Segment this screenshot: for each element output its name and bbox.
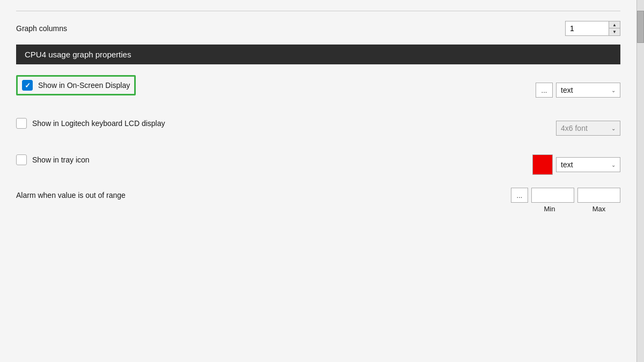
- show-logitech-dropdown[interactable]: 4x6 font ⌄: [556, 121, 620, 136]
- show-osd-label: Show in On-Screen Display: [38, 81, 130, 90]
- alarm-row: Alarm when value is out of range ...: [16, 188, 620, 203]
- min-label: Min: [528, 205, 571, 213]
- alarm-min-input[interactable]: [531, 188, 574, 203]
- show-tray-dropdown-text: text: [561, 160, 573, 169]
- spinner-up-button[interactable]: ▲: [609, 21, 620, 28]
- show-logitech-checkbox[interactable]: [16, 118, 27, 129]
- show-osd-label-area: Show in On-Screen Display: [16, 75, 536, 105]
- show-logitech-label: Show in Logitech keyboard LCD display: [32, 119, 165, 128]
- show-logitech-dropdown-arrow: ⌄: [611, 125, 616, 131]
- show-logitech-dropdown-text: 4x6 font: [561, 124, 588, 132]
- graph-columns-label: Graph columns: [16, 24, 565, 33]
- show-tray-controls: text ⌄: [532, 154, 620, 175]
- graph-columns-spinner[interactable]: ▲ ▼: [565, 21, 620, 36]
- show-logitech-checkbox-row: Show in Logitech keyboard LCD display: [16, 115, 556, 132]
- show-osd-controls: ... text ⌄: [536, 83, 620, 98]
- scrollbar-thumb[interactable]: [637, 11, 644, 43]
- show-osd-dropdown[interactable]: text ⌄: [556, 83, 620, 98]
- min-max-labels: Min Max: [528, 205, 620, 213]
- show-tray-checkbox-row: Show in tray icon: [16, 151, 532, 168]
- show-osd-highlighted-container: Show in On-Screen Display: [16, 75, 136, 95]
- show-tray-row: Show in tray icon text ⌄: [16, 151, 620, 178]
- show-tray-label: Show in tray icon: [32, 156, 90, 164]
- alarm-label: Alarm when value is out of range: [16, 191, 511, 200]
- show-logitech-label-area: Show in Logitech keyboard LCD display: [16, 115, 556, 142]
- top-divider: [16, 11, 620, 11]
- tray-color-swatch[interactable]: [532, 154, 553, 175]
- show-tray-dropdown[interactable]: text ⌄: [556, 157, 620, 172]
- show-osd-ellipsis-button[interactable]: ...: [536, 83, 553, 98]
- section-header: CPU4 usage graph properties: [16, 45, 620, 64]
- show-tray-label-area: Show in tray icon: [16, 151, 532, 178]
- alarm-controls: ...: [511, 188, 620, 203]
- spinner-buttons: ▲ ▼: [609, 21, 620, 35]
- show-tray-dropdown-arrow: ⌄: [611, 162, 616, 168]
- graph-columns-row: Graph columns ▲ ▼: [16, 21, 620, 36]
- show-osd-checkbox[interactable]: [22, 80, 33, 91]
- scrollbar[interactable]: [636, 0, 644, 362]
- graph-columns-controls: ▲ ▼: [565, 21, 620, 36]
- alarm-ellipsis-button[interactable]: ...: [511, 188, 528, 203]
- show-logitech-controls: 4x6 font ⌄: [556, 121, 620, 136]
- graph-columns-input[interactable]: [566, 21, 609, 35]
- show-logitech-row: Show in Logitech keyboard LCD display 4x…: [16, 115, 620, 142]
- show-osd-row: Show in On-Screen Display ... text ⌄: [16, 75, 620, 105]
- show-osd-dropdown-text: text: [561, 86, 573, 94]
- spinner-down-button[interactable]: ▼: [609, 28, 620, 35]
- alarm-max-input[interactable]: [577, 188, 620, 203]
- max-label: Max: [577, 205, 620, 213]
- show-tray-checkbox[interactable]: [16, 154, 27, 165]
- show-osd-dropdown-arrow: ⌄: [611, 87, 616, 93]
- min-max-row: Min Max: [16, 205, 620, 213]
